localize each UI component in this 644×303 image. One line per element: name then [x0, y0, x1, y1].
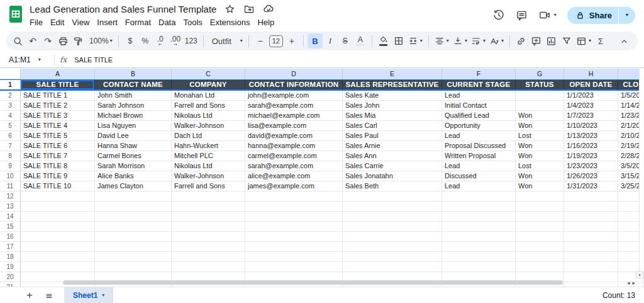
vertical-scroll-down-icon[interactable]: ▾	[636, 272, 643, 278]
column-header-E[interactable]: E	[343, 69, 442, 79]
cell-F12[interactable]	[442, 192, 516, 202]
cell-C3[interactable]: Farrell and Sons	[172, 101, 245, 111]
cell-F17[interactable]	[442, 242, 516, 252]
header-cell-D1[interactable]: CONTACT INFORMATION	[245, 80, 343, 89]
share-button[interactable]: Share	[567, 7, 618, 24]
cell-F2[interactable]: Lead	[442, 91, 516, 101]
cell-G2[interactable]	[516, 91, 564, 101]
cell-E4[interactable]: Sales Mia	[343, 111, 442, 121]
sheet-tab-sheet1[interactable]: Sheet1 ▾	[64, 287, 113, 303]
cell-C17[interactable]	[172, 242, 245, 252]
cell-G9[interactable]: Lost	[516, 161, 564, 171]
cell-H19[interactable]	[564, 262, 618, 272]
bold-button[interactable]: B	[308, 33, 323, 49]
text-wrapping-button[interactable]: ▾	[469, 33, 487, 49]
add-sheet-button[interactable]: +	[23, 289, 36, 302]
cell-G16[interactable]	[516, 232, 564, 242]
cloud-saved-icon[interactable]	[263, 3, 274, 14]
row-header-12[interactable]: 12	[0, 192, 21, 202]
header-cell-H1[interactable]: OPEN DATE	[564, 80, 618, 89]
cell-A13[interactable]	[21, 202, 95, 212]
row-header-18[interactable]: 18	[0, 252, 21, 262]
cell-G14[interactable]	[516, 212, 564, 222]
cell-A2[interactable]: SALE TITLE 1	[21, 91, 95, 101]
comments-icon[interactable]	[516, 9, 528, 21]
cell-B2[interactable]: John Smith	[95, 91, 172, 101]
cell-F19[interactable]	[442, 262, 516, 272]
cell-G11[interactable]: Won	[516, 181, 564, 192]
vertical-scrollbar[interactable]	[639, 69, 644, 278]
row-header-14[interactable]: 14	[0, 212, 21, 222]
share-dropdown-button[interactable]: ▾	[619, 7, 635, 24]
cell-G17[interactable]	[516, 242, 564, 252]
cell-E10[interactable]: Sales Jonatahn	[343, 171, 442, 181]
hide-menus-button[interactable]	[616, 33, 631, 49]
cell-B15[interactable]	[95, 222, 172, 232]
cell-H3[interactable]: 1/4/2023	[564, 101, 618, 111]
text-color-button[interactable]: A	[353, 33, 368, 49]
cell-C5[interactable]: Walker-Johnson	[172, 121, 245, 131]
cell-A4[interactable]: SALE TITLE 3	[21, 111, 95, 121]
cell-C7[interactable]: Hahn-Wuckert	[172, 141, 245, 151]
font-family-control[interactable]: Outfit ▾	[208, 33, 245, 49]
cell-F6[interactable]: Lead	[442, 131, 516, 141]
cell-C10[interactable]: Walker-Johnson	[172, 171, 245, 181]
cell-E9[interactable]: Sales Carrie	[343, 161, 442, 171]
cell-H17[interactable]	[564, 242, 618, 252]
cell-A6[interactable]: SALE TITLE 5	[21, 131, 95, 141]
cell-H18[interactable]	[564, 252, 618, 262]
horizontal-scrollbar[interactable]	[63, 280, 563, 285]
menu-format[interactable]: Format	[121, 17, 155, 28]
cell-A16[interactable]	[21, 232, 95, 242]
cell-D14[interactable]	[245, 212, 343, 222]
all-sheets-button[interactable]: ≡	[42, 289, 56, 302]
cell-B4[interactable]: Michael Brown	[95, 111, 172, 121]
cell-F13[interactable]	[442, 202, 516, 212]
row-header-8[interactable]: 8	[0, 151, 21, 161]
cell-D10[interactable]: alice@example.com	[245, 171, 343, 181]
row-header-7[interactable]: 7	[0, 141, 21, 151]
cell-H16[interactable]	[564, 232, 618, 242]
cell-H7[interactable]: 1/16/2023	[564, 141, 618, 151]
cell-G6[interactable]: Lost	[516, 131, 564, 141]
cell-A18[interactable]	[21, 252, 95, 262]
column-header-A[interactable]: A	[21, 69, 95, 79]
formula-bar-input[interactable]: SALE TITLE	[74, 56, 113, 64]
horizontal-align-button[interactable]: ▾	[433, 33, 451, 49]
cell-E14[interactable]	[343, 212, 442, 222]
cell-D16[interactable]	[245, 232, 343, 242]
cell-E3[interactable]: Sales John	[343, 101, 442, 111]
cell-F8[interactable]: Written Proposal	[442, 151, 516, 161]
zoom-control[interactable]: 100% ▾	[86, 33, 114, 49]
cell-H13[interactable]	[564, 202, 618, 212]
menu-extensions[interactable]: Extensions	[206, 17, 254, 28]
cell-H12[interactable]	[564, 192, 618, 202]
cell-C14[interactable]	[172, 212, 245, 222]
cell-E13[interactable]	[343, 202, 442, 212]
row-header-16[interactable]: 16	[0, 232, 21, 242]
cell-C12[interactable]	[172, 192, 245, 202]
cell-C18[interactable]	[172, 252, 245, 262]
cell-F10[interactable]: Discussed	[442, 171, 516, 181]
meet-video-button[interactable]: ▾	[538, 9, 557, 21]
cell-D13[interactable]	[245, 202, 343, 212]
cell-B17[interactable]	[95, 242, 172, 252]
cell-G5[interactable]: Won	[516, 121, 564, 131]
table-views-button[interactable]: ▾	[574, 33, 593, 49]
search-menus-button[interactable]	[10, 33, 25, 49]
row-header-5[interactable]: 5	[0, 121, 21, 131]
print-button[interactable]	[55, 33, 70, 49]
cell-B3[interactable]: Sarah Johnson	[95, 101, 172, 111]
format-percent-button[interactable]: %	[138, 33, 153, 49]
cell-G7[interactable]: Won	[516, 141, 564, 151]
cell-E16[interactable]	[343, 232, 442, 242]
cell-B19[interactable]	[95, 262, 172, 272]
cell-A10[interactable]: SALE TITLE 9	[21, 171, 95, 181]
row-header-15[interactable]: 15	[0, 222, 21, 232]
cell-B7[interactable]: Hanna Shaw	[95, 141, 172, 151]
cell-H14[interactable]	[564, 212, 618, 222]
cell-H11[interactable]: 1/31/2023	[564, 181, 618, 192]
cell-C4[interactable]: Nikolaus Ltd	[172, 111, 245, 121]
cell-G19[interactable]	[516, 262, 564, 272]
menu-help[interactable]: Help	[253, 17, 278, 28]
